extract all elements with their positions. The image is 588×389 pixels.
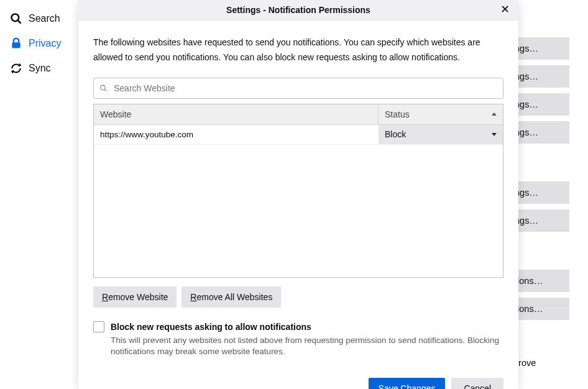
- svg-point-3: [101, 85, 106, 90]
- sort-ascending-icon: [492, 112, 497, 116]
- col-status[interactable]: Status: [379, 104, 503, 124]
- remove-website-button[interactable]: Remove Website: [93, 286, 177, 308]
- svg-line-1: [18, 21, 21, 24]
- dialog-description: The following websites have requested to…: [93, 35, 503, 65]
- dialog-title: Settings - Notification Permissions: [226, 5, 370, 15]
- col-website[interactable]: Website: [94, 104, 379, 124]
- sidebar-item-label: Search: [29, 13, 60, 24]
- permissions-table: Website Status https://www.youtube.com B…: [93, 104, 503, 278]
- sidebar-item-label: Sync: [29, 63, 51, 74]
- block-new-requests-row: Block new requests asking to allow notif…: [93, 321, 503, 332]
- svg-point-0: [12, 14, 19, 22]
- remove-website-label: emove Website: [108, 292, 168, 302]
- lock-icon: [10, 37, 22, 50]
- save-label: ave Changes: [384, 383, 436, 389]
- table-row[interactable]: https://www.youtube.com Block: [94, 125, 503, 145]
- svg-line-4: [104, 89, 106, 91]
- cell-website: https://www.youtube.com: [94, 125, 379, 144]
- dialog-header: Settings - Notification Permissions ✕: [78, 0, 518, 21]
- search-icon: [99, 84, 108, 92]
- search-website-input[interactable]: [93, 78, 503, 99]
- save-changes-button[interactable]: Save Changes: [369, 378, 446, 389]
- col-status-label: Status: [385, 109, 410, 119]
- sync-icon: [10, 62, 22, 75]
- status-dropdown[interactable]: Block: [379, 125, 503, 144]
- remove-buttons-row: Remove Website Remove All Websites: [93, 286, 503, 308]
- table-header: Website Status: [94, 104, 503, 125]
- close-button[interactable]: ✕: [495, 1, 515, 17]
- remove-all-websites-button[interactable]: Remove All Websites: [181, 286, 281, 308]
- cancel-button[interactable]: Cancel: [451, 378, 503, 389]
- sidebar-item-label: Privacy: [29, 38, 61, 49]
- close-icon: ✕: [500, 3, 510, 16]
- block-new-requests-label: Block new requests asking to allow notif…: [111, 321, 311, 332]
- table-body: https://www.youtube.com Block: [94, 125, 503, 277]
- svg-rect-2: [12, 42, 20, 48]
- dialog-body: The following websites have requested to…: [78, 21, 518, 378]
- remove-all-label: emove All Websites: [196, 292, 272, 302]
- chevron-down-icon: [492, 133, 497, 136]
- block-new-requests-checkbox[interactable]: [93, 321, 104, 332]
- col-website-label: Website: [100, 109, 131, 119]
- search-icon: [10, 12, 22, 25]
- status-value: Block: [385, 129, 406, 139]
- block-new-requests-hint: This will prevent any websites not liste…: [111, 335, 503, 359]
- search-wrap: [93, 78, 503, 99]
- dialog-footer: Save Changes Cancel: [78, 378, 518, 389]
- notification-permissions-dialog: Settings - Notification Permissions ✕ Th…: [78, 0, 518, 389]
